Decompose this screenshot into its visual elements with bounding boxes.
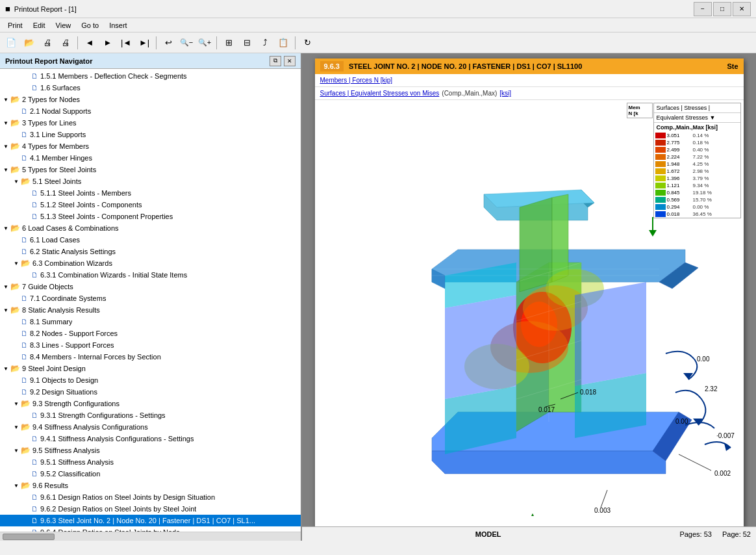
tree-item-9[interactable]: ▼📂9 Steel Joint Design xyxy=(0,363,301,374)
toolbar-last[interactable]: ►| xyxy=(136,34,153,51)
svg-text:·0.007: ·0.007 xyxy=(716,432,735,439)
link-surfaces[interactable]: Surfaces | Equivalent Stresses von Mises xyxy=(320,90,440,97)
menu-insert[interactable]: Insert xyxy=(104,20,132,31)
folder-icon-7: 📂 xyxy=(10,282,20,291)
tree-item-9.6.2[interactable]: 🗋9.6.2 Design Ratios on Steel Joints by … xyxy=(0,503,301,515)
toolbar-prev[interactable]: ◄ xyxy=(81,34,98,51)
tree-item-8.1[interactable]: 🗋8.1 Summary xyxy=(0,316,301,328)
toolbar-print[interactable]: 🖨 xyxy=(39,34,56,51)
toolbar-export1[interactable]: ⤴ xyxy=(257,34,273,51)
tree-item-6.1[interactable]: 🗋6.1 Load Cases xyxy=(0,234,301,246)
tree-item-9.1[interactable]: 🗋9.1 Objects to Design xyxy=(0,374,301,386)
toolbar-open[interactable]: 📂 xyxy=(21,34,38,51)
tree-label-9.6.2: 9.6.2 Design Ratios on Steel Joints by S… xyxy=(40,505,196,513)
minimize-button[interactable]: − xyxy=(694,2,712,16)
menu-edit[interactable]: Edit xyxy=(28,20,51,31)
toolbar-zoom-out[interactable]: 🔍− xyxy=(178,34,195,51)
menu-bar: Print Edit View Go to Insert xyxy=(0,18,756,32)
toolbar-refresh[interactable]: ↻ xyxy=(299,34,316,51)
tree-item-9.6.1[interactable]: 🗋9.6.1 Design Ratios on Steel Joints by … xyxy=(0,491,301,503)
toolbar-next[interactable]: ► xyxy=(99,34,116,51)
tree-item-3[interactable]: ▼📂3 Types for Lines xyxy=(0,117,301,129)
tree-toggle-9.3[interactable]: ▼ xyxy=(12,399,21,408)
toolbar-first[interactable]: |◄ xyxy=(118,34,134,51)
close-button[interactable]: ✕ xyxy=(733,2,751,16)
toolbar-export2[interactable]: 📋 xyxy=(275,34,292,51)
tree-toggle-6.3[interactable]: ▼ xyxy=(12,259,21,268)
tree-label-6.1: 6.1 Load Cases xyxy=(30,236,80,244)
tree-toggle-5[interactable]: ▼ xyxy=(1,165,10,174)
tree-toggle-6[interactable]: ▼ xyxy=(1,224,10,233)
tree-item-8.4[interactable]: 🗋8.4 Members - Internal Forces by Sectio… xyxy=(0,351,301,363)
tree-item-5.1.1[interactable]: 🗋5.1.1 Steel Joints - Members xyxy=(0,187,301,199)
toolbar-new[interactable]: 📄 xyxy=(3,34,19,51)
toolbar-print-preview[interactable]: 🖨 xyxy=(57,34,74,51)
scrollbar-thumb[interactable] xyxy=(3,534,55,540)
app-icon: ■ xyxy=(5,4,10,14)
tree-item-2.1[interactable]: 🗋2.1 Nodal Supports xyxy=(0,105,301,117)
link-sep: (Comp.,Main.,Max) xyxy=(442,90,497,97)
toolbar-zoom-in[interactable]: 🔍+ xyxy=(196,34,213,51)
toolbar-undo[interactable]: ↩ xyxy=(160,34,177,51)
tree-item-9.6.3[interactable]: 🗋9.6.3 Steel Joint No. 2 | Node No. 20 |… xyxy=(0,515,301,526)
tree-item-5.1.3[interactable]: 🗋5.1.3 Steel Joints - Component Properti… xyxy=(0,211,301,222)
tree-item-9.4.1[interactable]: 🗋9.4.1 Stiffness Analysis Configurations… xyxy=(0,433,301,445)
tree-item-3.1[interactable]: 🗋3.1 Line Supports xyxy=(0,129,301,140)
folder-icon-5: 📂 xyxy=(10,165,20,174)
navigator-restore[interactable]: ⧉ xyxy=(270,56,281,66)
tree-container[interactable]: 🗋1.5.1 Members - Deflection Check - Segm… xyxy=(0,69,301,532)
tree-item-7[interactable]: ▼📂7 Guide Objects xyxy=(0,281,301,292)
menu-view[interactable]: View xyxy=(51,20,77,31)
tree-item-1.6[interactable]: 🗋1.6 Surfaces xyxy=(0,82,301,94)
tree-toggle-9[interactable]: ▼ xyxy=(1,364,10,373)
tree-toggle-9.6[interactable]: ▼ xyxy=(12,481,21,490)
tree-item-6[interactable]: ▼📂6 Load Cases & Combinations xyxy=(0,222,301,234)
navigator-header-controls: ⧉ ✕ xyxy=(270,56,296,66)
folder-icon-6: 📂 xyxy=(10,224,20,233)
svg-text:0.003: 0.003 xyxy=(594,507,611,514)
tree-toggle-7[interactable]: ▼ xyxy=(1,282,10,291)
navigator-close[interactable]: ✕ xyxy=(284,56,296,66)
tree-item-9.2[interactable]: 🗋9.2 Design Situations xyxy=(0,386,301,398)
toolbar-layout1[interactable]: ⊞ xyxy=(220,34,237,51)
tree-item-9.3.1[interactable]: 🗋9.3.1 Strength Configurations - Setting… xyxy=(0,409,301,421)
tree-toggle-5.1[interactable]: ▼ xyxy=(12,177,21,186)
link-members[interactable]: Members | Forces N [kip] xyxy=(320,77,393,84)
tree-item-5.1.2[interactable]: 🗋5.1.2 Steel Joints - Components xyxy=(0,199,301,211)
menu-print[interactable]: Print xyxy=(3,20,28,31)
tree-item-2[interactable]: ▼📂2 Types for Nodes xyxy=(0,94,301,105)
tree-toggle-4[interactable]: ▼ xyxy=(1,142,10,151)
tree-toggle-3[interactable]: ▼ xyxy=(1,118,10,127)
tree-toggle-9.5[interactable]: ▼ xyxy=(12,446,21,455)
tree-item-6.3[interactable]: ▼📂6.3 Combination Wizards xyxy=(0,257,301,269)
tree-item-9.5.1[interactable]: 🗋9.5.1 Stiffness Analysis xyxy=(0,456,301,468)
page-container[interactable]: 9.6.3 STEEL JOINT NO. 2 | NODE NO. 20 | … xyxy=(302,53,756,526)
tree-item-7.1[interactable]: 🗋7.1 Coordinate Systems xyxy=(0,292,301,304)
tree-item-4.1[interactable]: 🗋4.1 Member Hinges xyxy=(0,152,301,164)
tree-item-4[interactable]: ▼📂4 Types for Members xyxy=(0,140,301,152)
tree-item-6.3.1[interactable]: 🗋6.3.1 Combination Wizards - Initial Sta… xyxy=(0,269,301,281)
tree-item-9.4[interactable]: ▼📂9.4 Stiffness Analysis Configurations xyxy=(0,421,301,433)
tree-toggle-2[interactable]: ▼ xyxy=(1,95,10,104)
tree-item-9.3[interactable]: ▼📂9.3 Strength Configurations xyxy=(0,398,301,409)
tree-toggle-8[interactable]: ▼ xyxy=(1,305,10,315)
tree-item-8.2[interactable]: 🗋8.2 Nodes - Support Forces xyxy=(0,328,301,339)
page: 9.6.3 STEEL JOINT NO. 2 | NODE NO. 20 | … xyxy=(315,58,744,526)
tree-item-1.5.1[interactable]: 🗋1.5.1 Members - Deflection Check - Segm… xyxy=(0,70,301,82)
tree-toggle-9.4[interactable]: ▼ xyxy=(12,422,21,432)
tree-item-8.3[interactable]: 🗋8.3 Lines - Support Forces xyxy=(0,339,301,351)
tree-item-9.5[interactable]: ▼📂9.5 Stiffness Analysis xyxy=(0,445,301,456)
link-ksi[interactable]: [ksi] xyxy=(499,90,511,97)
tree-item-6.2[interactable]: 🗋6.2 Static Analysis Settings xyxy=(0,246,301,257)
tree-item-5.1[interactable]: ▼📂5.1 Steel Joints xyxy=(0,175,301,187)
toolbar-layout2[interactable]: ⊟ xyxy=(238,34,255,51)
horizontal-scrollbar[interactable] xyxy=(0,532,301,541)
tree-item-5[interactable]: ▼📂5 Types for Steel Joints xyxy=(0,164,301,175)
tree-item-9.6.4[interactable]: 🗋9.6.4 Design Ratios on Steel Joints by … xyxy=(0,526,301,532)
tree-item-8[interactable]: ▼📂8 Static Analysis Results xyxy=(0,304,301,316)
doc-icon-1.5.1: 🗋 xyxy=(31,72,38,80)
maximize-button[interactable]: □ xyxy=(713,2,731,16)
menu-goto[interactable]: Go to xyxy=(76,20,104,31)
tree-item-9.5.2[interactable]: 🗋9.5.2 Classification xyxy=(0,468,301,480)
tree-item-9.6[interactable]: ▼📂9.6 Results xyxy=(0,480,301,491)
